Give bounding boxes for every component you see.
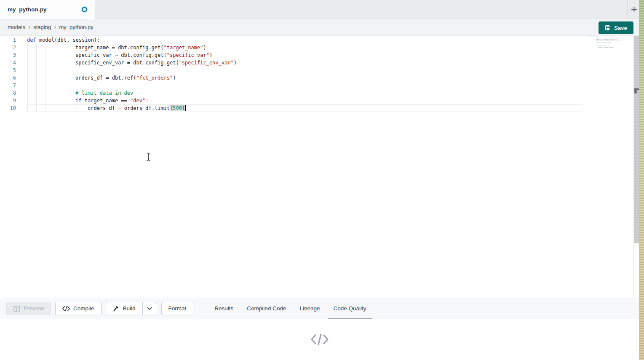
code-line[interactable]: 3specific_var = dbt.config.get("specific… — [0, 51, 583, 59]
code-token: "dev" — [130, 98, 145, 104]
plus-icon — [631, 6, 638, 13]
line-number: 5 — [0, 67, 16, 74]
preview-button[interactable]: Preview — [6, 302, 51, 315]
code-text — [27, 82, 583, 89]
line-number: 4 — [0, 59, 16, 67]
hammer-icon — [113, 305, 120, 312]
compile-button[interactable]: Compile — [55, 302, 102, 315]
build-options-dropdown[interactable] — [143, 302, 157, 315]
code-token: orders_df = orders_df.limit — [88, 105, 170, 111]
results-panel — [0, 319, 639, 360]
chevron-right-icon: › — [28, 23, 30, 31]
vertical-scrollbar-thumb[interactable] — [634, 36, 639, 243]
editor-tab-bar: my_python.py — [0, 0, 639, 19]
code-line[interactable]: 1def model(dbt, session): — [0, 36, 583, 44]
code-line[interactable]: 4specific_env_var = dbt.config.get("spec… — [0, 59, 583, 67]
save-button-label: Save — [614, 25, 627, 31]
code-placeholder-icon — [310, 333, 329, 346]
code-text: def model(dbt, session): — [27, 36, 583, 44]
code-token: ) — [203, 45, 206, 51]
code-text: target_name = dbt.config.get("target_nam… — [27, 44, 583, 51]
code-line[interactable]: 5 — [0, 67, 583, 74]
desktop-background-strip — [639, 0, 644, 360]
tab-results[interactable]: Results — [209, 298, 239, 319]
line-number: 6 — [0, 74, 16, 82]
code-token: "fct_orders" — [136, 75, 173, 81]
file-tab-my-python[interactable]: my_python.py — [0, 0, 95, 19]
code-line[interactable]: 9if target_name == "dev": — [0, 97, 583, 104]
save-button[interactable]: Save — [599, 21, 633, 34]
code-text: orders_df = orders_df.limit(500) — [589, 47, 631, 48]
code-token: "specific_env_var" — [179, 60, 234, 66]
code-token: # limit data in dev — [75, 90, 133, 96]
floppy-disk-icon — [605, 25, 611, 31]
tab-lineage[interactable]: Lineage — [294, 298, 325, 319]
line-number: 7 — [0, 82, 16, 89]
result-tabs: ResultsCompiled CodeLineageCode Quality — [208, 298, 373, 319]
line-number: 8 — [0, 89, 16, 97]
tabbar-divider — [627, 0, 628, 19]
code-token: target_name == — [81, 98, 130, 104]
code-token: if — [75, 98, 81, 104]
code-line[interactable]: 10orders_df = orders_df.limit(500) — [0, 104, 583, 112]
file-tab-label: my_python.py — [8, 6, 47, 13]
code-editor[interactable]: 1def model(dbt, session):2target_name = … — [0, 36, 639, 298]
ide-window: my_python.py models›staging›my_python.py… — [0, 0, 639, 360]
line-number: 2 — [0, 44, 16, 51]
code-line[interactable]: 7 — [0, 82, 583, 89]
code-text — [27, 67, 583, 74]
build-button-label: Build — [123, 305, 136, 312]
code-token: specific_env_var = dbt.config.get( — [75, 60, 179, 66]
code-text: if target_name == "dev": — [27, 97, 583, 104]
format-button-label: Format — [168, 305, 187, 312]
vertical-scrollbar-track[interactable] — [633, 36, 639, 298]
tab-code-quality[interactable]: Code Quality — [328, 298, 371, 319]
code-line[interactable]: 2target_name = dbt.config.get("target_na… — [0, 44, 583, 51]
build-button[interactable]: Build — [106, 302, 143, 315]
bottom-toolbar: Preview Compile Build Forma — [0, 298, 639, 319]
table-icon — [13, 306, 20, 312]
line-number: 1 — [0, 36, 16, 44]
code-text: specific_env_var = dbt.config.get("speci… — [27, 59, 583, 67]
breadcrumb-bar: models›staging›my_python.py Save — [0, 19, 639, 36]
code-token: model(dbt, session): — [36, 37, 100, 43]
code-text: orders_df = dbt.ref("fct_orders") — [27, 74, 583, 82]
code-text: # limit data in dev — [27, 89, 583, 97]
format-button[interactable]: Format — [161, 302, 194, 315]
compile-button-label: Compile — [73, 305, 94, 312]
code-line[interactable]: 6orders_df = dbt.ref("fct_orders") — [0, 74, 583, 82]
breadcrumb-item-models[interactable]: models — [8, 24, 25, 30]
code-token: "specific_var" — [167, 52, 209, 58]
code-token: "target_name" — [164, 45, 203, 51]
code-token: ) — [182, 105, 185, 111]
minimap[interactable]: 1def model(dbt, session):2target_name = … — [589, 36, 631, 87]
new-tab-button[interactable] — [629, 5, 639, 14]
tab-compiled-code[interactable]: Compiled Code — [241, 298, 291, 319]
line-number: 10 — [0, 104, 16, 112]
breadcrumb-item-my-python-py[interactable]: my_python.py — [59, 24, 94, 30]
line-number: 9 — [0, 97, 16, 104]
text-caret — [185, 105, 186, 111]
code-token: target_name = dbt.config.get( — [75, 45, 164, 51]
code-token: 500 — [173, 105, 182, 111]
code-token: def — [27, 37, 36, 43]
code-text: specific_var = dbt.config.get("specific_… — [27, 51, 583, 59]
code-token: ) — [613, 47, 613, 48]
build-split-button: Build — [106, 302, 157, 315]
chevron-down-icon — [147, 307, 152, 310]
line-number: 3 — [0, 51, 16, 59]
code-token: ) — [234, 60, 237, 66]
unsaved-changes-dot-icon — [82, 7, 87, 12]
overview-ruler-cursor-marker — [634, 88, 639, 90]
code-token: orders_df = orders_df.limit — [598, 47, 611, 48]
code-token: ) — [209, 52, 212, 58]
code-text: orders_df = orders_df.limit(500) — [27, 104, 583, 112]
code-line[interactable]: 10orders_df = orders_df.limit(500) — [589, 47, 631, 48]
chevron-right-icon: › — [54, 23, 56, 31]
preview-button-label: Preview — [24, 305, 44, 312]
code-lines: 1def model(dbt, session):2target_name = … — [0, 36, 583, 112]
code-token: ) — [173, 75, 176, 81]
code-line[interactable]: 8# limit data in dev — [0, 89, 583, 97]
breadcrumb-item-staging[interactable]: staging — [33, 24, 51, 30]
code-token: orders_df = dbt.ref( — [75, 75, 136, 81]
